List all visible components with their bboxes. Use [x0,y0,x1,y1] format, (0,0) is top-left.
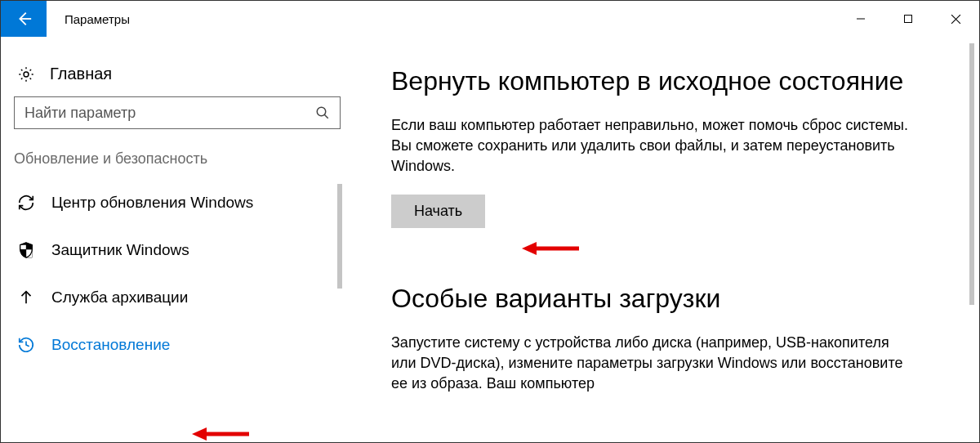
search-input[interactable] [24,105,315,122]
sync-icon [17,194,35,212]
sidebar-home-label: Главная [50,65,112,83]
reset-description: Если ваш компьютер работает неправильно,… [391,115,914,177]
svg-marker-12 [192,427,207,441]
titlebar: Параметры [1,1,979,37]
svg-point-6 [317,107,326,116]
sidebar-item-label: Центр обновления Windows [51,194,253,212]
shield-icon [17,241,35,259]
advanced-description: Запустите систему с устройства либо диск… [391,333,914,395]
history-icon [17,336,35,354]
close-button[interactable] [932,1,979,37]
reset-start-button[interactable]: Начать [391,195,485,228]
svg-rect-8 [20,245,26,250]
annotation-arrow [522,239,581,257]
svg-line-7 [324,114,328,119]
sidebar-item-label: Восстановление [51,336,170,354]
main-panel: Вернуть компьютер в исходное состояние Е… [342,37,979,442]
sidebar-item-label: Служба архивации [51,289,188,307]
svg-rect-2 [905,16,912,23]
maximize-button[interactable] [884,1,932,37]
app-title: Параметры [47,1,130,37]
minimize-button[interactable] [837,1,884,37]
back-button[interactable] [1,1,47,37]
search-box[interactable] [14,96,341,129]
sidebar-item-label: Защитник Windows [51,241,189,259]
close-icon [951,14,961,25]
minimize-icon [856,14,866,24]
window-controls [837,1,979,37]
sidebar-item-recovery[interactable]: Восстановление [14,321,327,369]
sidebar-item-update[interactable]: Центр обновления Windows [14,179,327,226]
arrow-left-icon [15,10,33,28]
sidebar-home[interactable]: Главная [14,60,342,96]
sidebar-item-defender[interactable]: Защитник Windows [14,226,327,274]
sidebar-item-backup[interactable]: Служба архивации [14,274,327,321]
main-scrollbar[interactable] [969,43,974,305]
reset-heading: Вернуть компьютер в исходное состояние [391,65,950,99]
svg-marker-14 [522,242,537,255]
maximize-icon [903,14,913,24]
gear-icon [17,65,35,83]
sidebar-category: Обновление и безопасность [14,150,342,179]
advanced-heading: Особые варианты загрузки [391,282,950,316]
sidebar-scroll-area: Центр обновления Windows Защитник Window… [14,179,342,369]
svg-point-5 [24,72,29,77]
search-icon [315,105,330,120]
sidebar: Главная Обновление и безопасность [1,37,342,442]
upload-icon [17,289,35,307]
annotation-arrow [192,425,251,443]
